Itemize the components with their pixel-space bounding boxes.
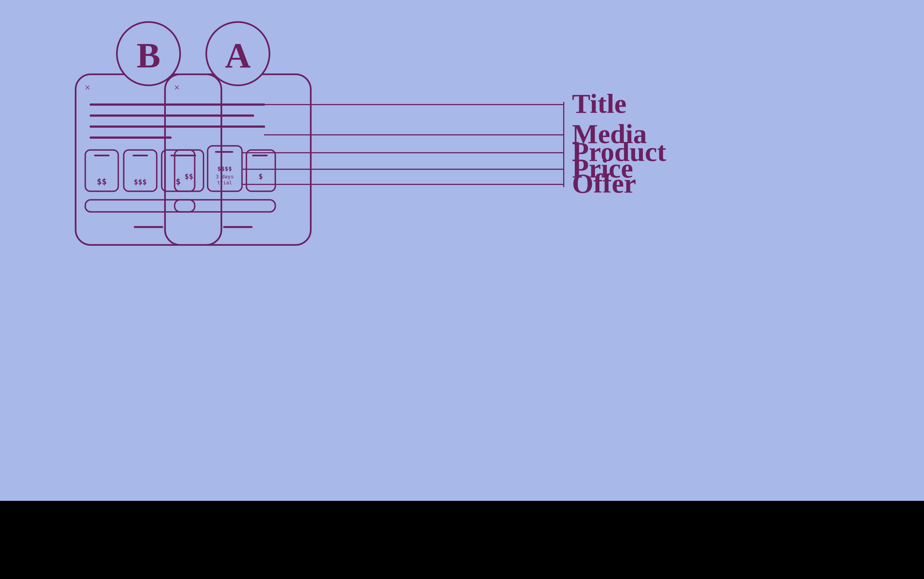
svg-rect-0 <box>76 74 222 245</box>
svg-text:×: × <box>85 82 90 93</box>
svg-text:A: A <box>225 36 251 75</box>
badge-b-letter: B <box>137 36 161 75</box>
svg-text:Offer: Offer <box>572 168 636 199</box>
svg-text:$$: $$ <box>184 172 193 180</box>
svg-text:$$$: $$$ <box>134 178 147 186</box>
svg-text:$$: $$ <box>97 177 107 186</box>
svg-text:Media: Media <box>572 119 647 149</box>
main-area: B × $$ $$$ $ A × <box>0 0 924 501</box>
svg-text:Product: Product <box>572 136 667 167</box>
svg-rect-10 <box>124 150 157 191</box>
svg-rect-36 <box>174 200 275 212</box>
svg-point-19 <box>206 22 269 85</box>
bottom-bar <box>0 501 924 579</box>
svg-rect-13 <box>162 150 195 191</box>
svg-text:×: × <box>174 82 179 93</box>
svg-rect-25 <box>174 150 204 191</box>
svg-text:$: $ <box>259 172 263 180</box>
svg-rect-33 <box>246 150 275 191</box>
svg-text:$: $ <box>176 177 181 186</box>
svg-text:trial: trial <box>217 180 232 185</box>
svg-text:Title: Title <box>572 88 626 119</box>
svg-text:Price: Price <box>572 153 633 183</box>
svg-point-1 <box>117 22 180 85</box>
svg-rect-7 <box>85 150 118 191</box>
svg-rect-16 <box>85 200 195 212</box>
svg-rect-18 <box>165 74 311 245</box>
svg-text:3 days: 3 days <box>216 173 233 180</box>
svg-text:$$$$: $$$$ <box>218 165 232 172</box>
svg-rect-28 <box>208 146 242 191</box>
